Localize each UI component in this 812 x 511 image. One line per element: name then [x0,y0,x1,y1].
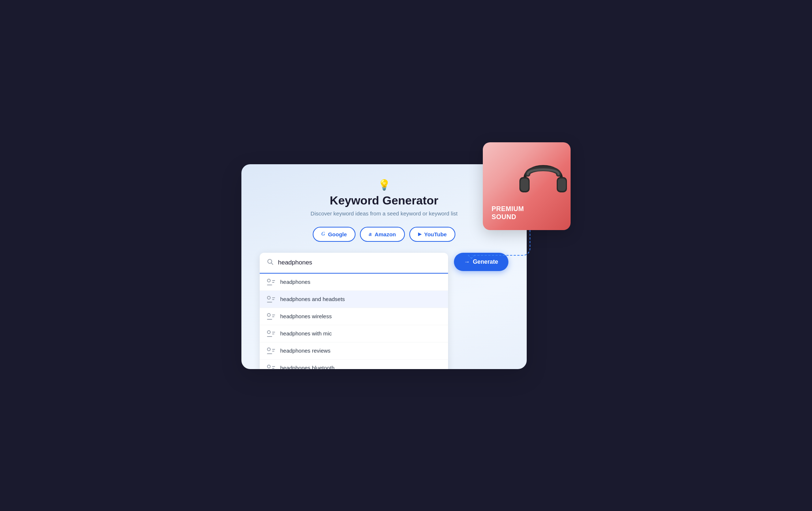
suggestion-text: headphones reviews [280,347,331,354]
suggestion-icon [267,330,275,337]
list-item[interactable]: headphones with mic [260,325,448,342]
svg-rect-3 [558,179,566,191]
search-input[interactable] [278,259,441,266]
suggestion-text: headphones bluetooth [280,365,334,369]
search-area: headphones headphones and headsets [260,253,508,369]
amazon-label: Amazon [375,231,396,237]
page-title: Keyword Generator [260,194,508,207]
svg-line-5 [271,263,273,264]
premium-card-text: PREMIUM SOUND [492,205,524,221]
search-icon [267,259,274,267]
amazon-button[interactable]: a Amazon [360,227,405,242]
amazon-icon: a [369,231,372,237]
suggestion-icon [267,347,275,354]
suggestion-text: headphones with mic [280,330,332,337]
list-item[interactable]: headphones [260,274,448,291]
google-icon: G [322,231,325,237]
source-buttons-group: G Google a Amazon ▶ YouTube [260,227,508,242]
youtube-button[interactable]: ▶ YouTube [409,227,456,242]
suggestion-icon [267,296,275,303]
bulb-icon: 💡 [260,179,508,191]
headphones-illustration [514,148,571,199]
youtube-icon: ▶ [418,232,421,237]
suggestion-text: headphones wireless [280,313,332,319]
page-subtitle: Discover keyword ideas from a seed keywo… [260,210,508,217]
generate-label: Generate [473,259,498,265]
premium-card: PREMIUM SOUND [483,142,571,230]
dashed-arrow-line [472,226,530,256]
suggestion-icon [267,365,275,369]
google-button[interactable]: G Google [313,227,356,242]
list-item[interactable]: headphones reviews [260,342,448,360]
generate-arrow: → [464,259,470,265]
search-wrapper: headphones headphones and headsets [260,253,448,369]
suggestion-text: headphones and headsets [280,296,345,302]
youtube-label: YouTube [424,231,447,237]
suggestion-icon [267,313,275,320]
svg-rect-1 [520,179,529,191]
google-label: Google [328,231,347,237]
search-input-row [260,253,448,274]
scene: PREMIUM SOUND 💡 Keyword Generator Discov… [241,142,571,369]
list-item[interactable]: headphones and headsets [260,291,448,308]
list-item[interactable]: headphones wireless [260,308,448,325]
header-section: 💡 Keyword Generator Discover keyword ide… [260,179,508,217]
list-item[interactable]: headphones bluetooth [260,360,448,369]
suggestions-list: headphones headphones and headsets [260,274,448,369]
suggestion-text: headphones [280,279,311,285]
suggestion-icon [267,279,275,285]
